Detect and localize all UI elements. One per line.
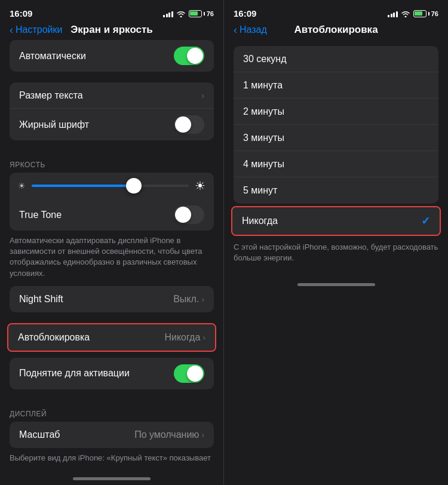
option-5min[interactable]: 5 минут	[234, 177, 438, 204]
back-chevron-left: ‹	[10, 24, 13, 35]
auto-toggle[interactable]	[174, 47, 204, 65]
status-bar-left: 16:09 76	[0, 0, 223, 22]
option-1min[interactable]: 1 минута	[234, 72, 438, 99]
status-bar-right: 16:09 76	[224, 0, 448, 22]
back-label-left: Настройки	[16, 24, 62, 35]
page-title-left: Экран и яркость	[70, 24, 153, 36]
brightness-track[interactable]	[32, 185, 189, 187]
display-card: Масштаб По умолчанию ›	[10, 422, 214, 448]
auto-card: Автоматически	[10, 40, 214, 72]
display-section-label: ДИСПЛЕЙ	[0, 400, 223, 422]
true-tone-description: Автоматически адаптировать дисплей iPhon…	[0, 231, 223, 286]
chevron-text-size: ›	[201, 91, 204, 100]
night-shift-label: Night Shift	[19, 294, 63, 305]
auto-lock-highlight: Автоблокировка Никогда ›	[7, 323, 216, 352]
home-indicator-left	[0, 465, 223, 485]
never-highlight: Никогда ✓	[231, 206, 441, 236]
true-tone-label: True Tone	[19, 210, 62, 220]
brightness-low-icon: ☀	[18, 181, 26, 191]
battery-icon-left: 76	[189, 10, 214, 17]
auto-label: Автоматически	[19, 51, 86, 62]
wifi-icon-right	[401, 10, 410, 17]
options-list: 30 секунд 1 минута 2 минуты 3 минуты 4 м…	[234, 46, 438, 204]
option-never[interactable]: Никогда ✓	[232, 207, 440, 235]
scale-label: Масштаб	[19, 429, 60, 440]
true-tone-row[interactable]: True Tone	[10, 199, 214, 231]
page-title-right: Автоблокировка	[294, 24, 378, 36]
auto-lock-row[interactable]: Автоблокировка Никогда ›	[8, 324, 215, 351]
brightness-thumb[interactable]	[126, 178, 142, 194]
raise-toggle[interactable]	[174, 364, 204, 383]
brightness-card: ☀ ☀ True Tone	[10, 173, 214, 231]
nav-bar-right: ‹ Назад Автоблокировка	[224, 22, 448, 40]
home-bar-left	[73, 477, 151, 480]
battery-icon-right: 76	[413, 10, 438, 17]
bold-row[interactable]: Жирный шрифт	[10, 109, 214, 140]
raise-card: Поднятие для активации	[10, 358, 214, 389]
brightness-high-icon: ☀	[195, 179, 205, 193]
wifi-icon	[176, 10, 186, 17]
back-button-right[interactable]: ‹ Назад	[234, 24, 267, 35]
time-left: 16:09	[10, 8, 32, 19]
raise-label: Поднятие для активации	[19, 368, 130, 379]
auto-lock-label: Автоблокировка	[18, 332, 90, 343]
night-shift-card: Night Shift Выкл. ›	[10, 286, 214, 312]
bold-label: Жирный шрифт	[19, 119, 89, 130]
left-panel: 16:09 76	[0, 0, 224, 485]
nav-bar-left: ‹ Настройки Экран и яркость	[0, 22, 223, 40]
auto-lock-value: Никогда ›	[164, 332, 205, 343]
home-indicator-right	[224, 271, 448, 291]
home-bar-right	[297, 283, 375, 286]
bold-toggle[interactable]	[174, 115, 204, 134]
scale-row[interactable]: Масштаб По умолчанию ›	[10, 422, 214, 448]
time-right: 16:09	[234, 8, 256, 19]
back-button-left[interactable]: ‹ Настройки	[10, 24, 62, 35]
chevron-scale: ›	[201, 430, 204, 440]
chevron-night-shift: ›	[201, 294, 204, 304]
scale-value: По умолчанию ›	[134, 429, 204, 440]
text-card: Размер текста › Жирный шрифт	[10, 82, 214, 140]
status-icons-right: 76	[388, 10, 438, 17]
option-4min[interactable]: 4 минуты	[234, 151, 438, 177]
signal-icon	[163, 10, 173, 17]
option-3min[interactable]: 3 минуты	[234, 125, 438, 151]
chevron-auto-lock: ›	[202, 333, 205, 342]
back-chevron-right: ‹	[234, 24, 237, 35]
text-size-row[interactable]: Размер текста ›	[10, 82, 214, 109]
night-shift-row[interactable]: Night Shift Выкл. ›	[10, 286, 214, 312]
status-icons-left: 76	[163, 10, 214, 17]
option-30sec[interactable]: 30 секунд	[234, 46, 438, 72]
brightness-section-label: ЯРКОСТЬ	[0, 151, 223, 173]
night-shift-value: Выкл. ›	[173, 294, 204, 305]
auto-row[interactable]: Автоматически	[10, 40, 214, 72]
text-size-label: Размер текста	[19, 90, 83, 101]
true-tone-toggle[interactable]	[174, 205, 204, 224]
option-2min[interactable]: 2 минуты	[234, 99, 438, 125]
content-left: Автоматически Размер текста › Жирный шри…	[0, 40, 223, 465]
signal-icon-right	[388, 10, 398, 17]
raise-row[interactable]: Поднятие для активации	[10, 358, 214, 389]
checkmark-never: ✓	[421, 214, 430, 228]
auto-lock-notice: С этой настройкой iPhone, возможно, буде…	[224, 236, 448, 271]
brightness-slider-row[interactable]: ☀ ☀	[10, 173, 214, 199]
brightness-fill	[32, 185, 134, 187]
back-label-right: Назад	[240, 24, 267, 35]
scale-description: Выберите вид для iPhone: «Крупный текст»…	[0, 448, 223, 465]
right-panel: 16:09 76 ‹ Н	[224, 0, 448, 485]
